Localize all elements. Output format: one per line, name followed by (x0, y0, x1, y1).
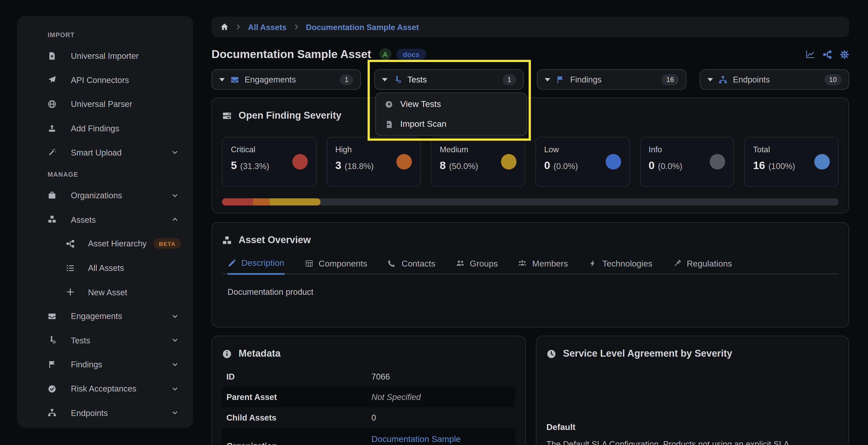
tab-contacts[interactable]: Contacts (388, 254, 436, 274)
severity-card-low: Low 0(0.0%) (535, 137, 630, 187)
sidebar-item-label: Engagements (71, 312, 122, 321)
info-icon (222, 349, 232, 359)
severity-label: Low (544, 145, 621, 154)
findings-dropdown-button[interactable]: Findings 16 (537, 69, 687, 90)
severity-count: 8 (440, 159, 446, 172)
chevron-down-icon (171, 149, 179, 156)
severity-panel-title: Open Finding Severity (212, 98, 848, 121)
bar-segment-medium (270, 198, 320, 205)
sidebar-item-endpoints[interactable]: Endpoints (17, 401, 193, 425)
sidebar-item-all-assets[interactable]: All Assets (17, 256, 193, 280)
menu-item-label: Import Scan (400, 119, 446, 129)
table-row: ID 7066 (222, 366, 516, 387)
severity-card-medium: Medium 8(50.0%) (431, 137, 525, 187)
plus-icon (66, 288, 75, 297)
severity-label: Total (753, 145, 830, 154)
severity-card-high: High 3(18.8%) (327, 137, 421, 187)
sidebar-item-assets[interactable]: Assets (17, 207, 193, 232)
server-rows-icon (222, 111, 232, 120)
sidebar-item-label: New Asset (88, 288, 127, 297)
sidebar-item-universal-importer[interactable]: Universal Importer (17, 44, 193, 68)
tab-description[interactable]: Description (227, 254, 284, 275)
test-tube-icon (393, 75, 402, 84)
asset-overview-title: Asset Overview (212, 223, 848, 246)
breadcrumb-all-assets[interactable]: All Assets (248, 22, 286, 31)
severity-percent: (100%) (768, 161, 795, 171)
sidebar-item-asset-hierarchy[interactable]: Asset Hierarchy BETA (17, 232, 193, 256)
severity-count: 5 (231, 159, 237, 172)
sidebar-item-universal-parser[interactable]: Universal Parser (17, 92, 193, 116)
sidebar-item-new-asset[interactable]: New Asset (17, 280, 193, 304)
hierarchy-icon (66, 239, 75, 248)
page-title: Documentation Sample Asset (211, 48, 371, 61)
inbox-icon (230, 75, 239, 84)
severity-label: High (335, 145, 412, 154)
file-import-icon (48, 52, 57, 60)
people-icon (456, 259, 464, 268)
sidebar-section-manage: MANAGE (17, 165, 193, 183)
severity-count: 0 (544, 159, 550, 172)
grade-badge: A (379, 48, 391, 60)
organization-link[interactable]: Documentation Sample Organization (371, 434, 476, 445)
beta-badge: BETA (153, 239, 181, 249)
tab-label: Contacts (402, 258, 436, 268)
sidebar-item-label: Smart Upload (71, 148, 122, 157)
phone-icon (388, 259, 396, 268)
chevron-down-icon (171, 385, 179, 392)
gavel-icon (673, 259, 681, 268)
metadata-title: Metadata (212, 336, 525, 359)
docs-tag-badge: docs (396, 49, 426, 60)
asset-overview-title-text: Asset Overview (239, 234, 311, 246)
sidebar-item-label: Risk Acceptances (71, 384, 136, 393)
count-badge: 1 (503, 74, 516, 85)
sidebar-item-label: Endpoints (71, 408, 108, 417)
table-row: Organization Documentation Sample Organi… (222, 428, 516, 445)
sidebar-item-api-connectors[interactable]: API Connectors (17, 68, 193, 92)
count-badge: 1 (340, 74, 353, 85)
tab-label: Components (318, 258, 367, 268)
endpoints-dropdown-button[interactable]: Endpoints 10 (700, 69, 849, 90)
sitemap-icon (718, 75, 727, 84)
tab-technologies[interactable]: Technologies (588, 254, 652, 274)
sidebar-item-label: Asset Hierarchy (88, 239, 147, 248)
tab-regulations[interactable]: Regulations (673, 254, 732, 274)
severity-progress-bar (222, 198, 839, 205)
briefcase-icon (48, 191, 57, 200)
tests-dropdown-button[interactable]: Tests 1 (374, 69, 524, 90)
chart-line-icon[interactable] (805, 50, 815, 59)
globe-icon (48, 100, 57, 109)
chevron-right-icon (292, 23, 300, 30)
home-icon[interactable] (220, 23, 229, 31)
tab-components[interactable]: Components (305, 254, 367, 274)
chevron-right-icon (235, 23, 242, 30)
sidebar-item-engagements[interactable]: Engagements (17, 304, 193, 328)
hierarchy-icon[interactable] (823, 50, 832, 59)
row-label: Parent Asset (226, 392, 371, 402)
sidebar-item-risk-acceptances[interactable]: Risk Acceptances (17, 377, 193, 401)
sidebar-item-findings[interactable]: Findings (17, 352, 193, 377)
sidebar-item-smart-upload[interactable]: Smart Upload (17, 140, 193, 165)
table-row: Child Assets 0 (222, 407, 516, 428)
sidebar-item-label: Assets (71, 215, 96, 224)
severity-count: 16 (753, 159, 765, 172)
sidebar-item-organizations[interactable]: Organizations (17, 183, 193, 207)
sidebar-item-tests[interactable]: Tests (17, 328, 193, 352)
chevron-down-icon (171, 336, 179, 344)
breadcrumb-current-asset[interactable]: Documentation Sample Asset (306, 22, 419, 31)
gear-icon[interactable] (840, 50, 849, 59)
severity-percent: (0.0%) (554, 161, 578, 171)
menu-item-label: View Tests (400, 99, 441, 109)
tab-groups[interactable]: Groups (456, 254, 498, 274)
tab-members[interactable]: Members (519, 254, 568, 274)
caret-down-icon (708, 78, 713, 81)
severity-percent: (18.8%) (345, 161, 374, 171)
chevron-down-icon (171, 409, 179, 416)
sidebar-item-label: All Assets (88, 263, 124, 273)
menu-item-view-tests[interactable]: View Tests (376, 94, 527, 114)
check-circle-icon (48, 384, 57, 393)
sidebar-item-label: Universal Parser (71, 99, 132, 109)
row-value: 0 (371, 413, 376, 422)
engagements-dropdown-button[interactable]: Engagements 1 (211, 69, 361, 90)
sidebar-item-add-findings[interactable]: Add Findings (17, 116, 193, 140)
menu-item-import-scan[interactable]: Import Scan (376, 114, 527, 134)
